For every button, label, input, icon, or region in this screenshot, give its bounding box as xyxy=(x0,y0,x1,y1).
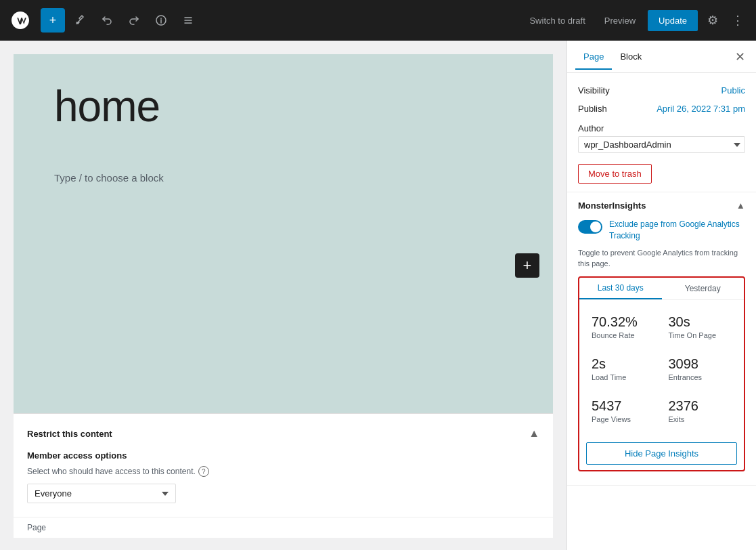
load-time-value: 2s xyxy=(592,356,655,372)
restrict-title: Restrict this content xyxy=(27,429,112,439)
add-block-toolbar-btn[interactable]: + xyxy=(41,8,65,33)
list-view-btn[interactable] xyxy=(176,8,200,33)
main-layout: home Type / to choose a block + Restrict… xyxy=(0,41,756,550)
entrances-value: 3098 xyxy=(669,356,732,372)
entrances-label: Entrances xyxy=(669,373,732,381)
restrict-section: Restrict this content ▲ Member access op… xyxy=(14,413,553,517)
time-on-page-value: 30s xyxy=(669,314,732,330)
access-description: Select who should have access to this co… xyxy=(27,466,539,477)
exclude-tracking-toggle[interactable] xyxy=(578,220,602,234)
preview-btn[interactable]: Preview xyxy=(598,12,642,30)
toggle-label: Exclude page from Google Analytics Track… xyxy=(609,219,745,242)
bounce-rate-value: 70.32% xyxy=(592,314,655,330)
tab-page[interactable]: Page xyxy=(575,45,612,70)
insights-tab-yesterday[interactable]: Yesterday xyxy=(662,278,744,299)
visibility-label: Visibility xyxy=(578,85,610,96)
insights-tabs: Last 30 days Yesterday xyxy=(579,278,744,300)
mi-collapse-btn[interactable]: ▲ xyxy=(736,200,745,211)
visibility-value[interactable]: Public xyxy=(721,85,745,96)
author-label: Author xyxy=(578,123,745,133)
page-title: home xyxy=(54,81,512,131)
toolbar: + Switch to draft Preview Update ⚙ ⋮ xyxy=(0,0,756,41)
access-select[interactable]: Everyone Members only Specific roles xyxy=(27,484,176,503)
page-settings-section: Visibility Public Publish April 26, 2022… xyxy=(567,73,756,192)
more-options-btn[interactable]: ⋮ xyxy=(728,9,748,32)
exits-value: 2376 xyxy=(669,398,732,414)
stat-time-on-page: 30s Time On Page xyxy=(662,305,739,347)
toolbar-right: Switch to draft Preview Update ⚙ ⋮ xyxy=(522,9,748,32)
insights-box: Last 30 days Yesterday 70.32% Bounce Rat… xyxy=(578,276,745,471)
toggle-row: Exclude page from Google Analytics Track… xyxy=(578,219,745,242)
insights-tab-30days[interactable]: Last 30 days xyxy=(579,278,662,299)
block-placeholder-row: Type / to choose a block xyxy=(54,172,512,184)
sidebar-close-btn[interactable]: ✕ xyxy=(732,47,748,67)
tools-btn[interactable] xyxy=(68,8,92,33)
tab-block[interactable]: Block xyxy=(612,45,650,70)
restrict-collapse-btn[interactable]: ▲ xyxy=(529,427,539,440)
settings-gear-btn[interactable]: ⚙ xyxy=(703,9,722,32)
redo-btn[interactable] xyxy=(122,8,146,33)
monsterinsights-section: MonsterInsights ▲ Exclude page from Goog… xyxy=(567,192,756,486)
hide-insights-btn[interactable]: Hide Page Insights xyxy=(586,442,737,465)
mi-header: MonsterInsights ▲ xyxy=(578,200,745,211)
add-block-canvas-btn[interactable]: + xyxy=(515,253,539,278)
load-time-label: Load Time xyxy=(592,373,655,381)
restrict-header: Restrict this content ▲ xyxy=(27,427,539,440)
stat-entrances: 3098 Entrances xyxy=(662,347,739,389)
sidebar-tabs: Page Block ✕ xyxy=(567,41,756,73)
bounce-rate-label: Bounce Rate xyxy=(592,331,655,339)
stat-bounce-rate: 70.32% Bounce Rate xyxy=(585,305,662,347)
stat-exits: 2376 Exits xyxy=(662,389,739,431)
update-btn[interactable]: Update xyxy=(648,10,698,31)
wp-logo xyxy=(8,8,32,33)
switch-to-draft-btn[interactable]: Switch to draft xyxy=(522,12,592,30)
page-views-label: Page Views xyxy=(592,415,655,423)
member-access-label: Member access options xyxy=(27,450,539,461)
block-placeholder-text: Type / to choose a block xyxy=(54,172,164,184)
undo-btn[interactable] xyxy=(95,8,119,33)
stat-page-views: 5437 Page Views xyxy=(585,389,662,431)
publish-label: Publish xyxy=(578,104,607,114)
sidebar: Page Block ✕ Visibility Public Publish A… xyxy=(566,41,756,550)
page-views-value: 5437 xyxy=(592,398,655,414)
toggle-description: Toggle to prevent Google Analytics from … xyxy=(578,247,745,270)
exits-label: Exits xyxy=(669,415,732,423)
visibility-row: Visibility Public xyxy=(578,81,745,100)
info-btn[interactable] xyxy=(149,8,173,33)
author-select[interactable]: wpr_DashboardAdmin xyxy=(578,136,745,153)
move-to-trash-btn[interactable]: Move to trash xyxy=(578,164,652,184)
time-on-page-label: Time On Page xyxy=(669,331,732,339)
help-icon[interactable]: ? xyxy=(198,466,209,477)
publish-row: Publish April 26, 2022 7:31 pm xyxy=(578,100,745,118)
insights-grid: 70.32% Bounce Rate 30s Time On Page 2s L… xyxy=(579,300,744,437)
mi-title: MonsterInsights xyxy=(578,200,646,211)
editor-area: home Type / to choose a block + Restrict… xyxy=(0,41,566,550)
page-footer: Page xyxy=(14,517,553,538)
editor-canvas[interactable]: home Type / to choose a block + xyxy=(14,54,553,413)
publish-value[interactable]: April 26, 2022 7:31 pm xyxy=(657,104,745,114)
stat-load-time: 2s Load Time xyxy=(585,347,662,389)
